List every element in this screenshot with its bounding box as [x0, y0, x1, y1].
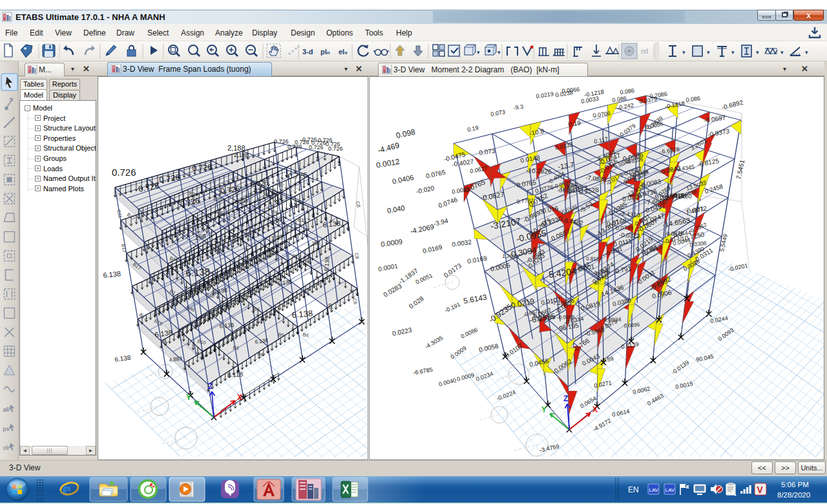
svg-text:0.19: 0.19: [568, 119, 581, 128]
svg-text:B9: B9: [327, 303, 333, 310]
svg-text:8.118: 8.118: [227, 370, 243, 379]
svg-text:0.0062: 0.0062: [632, 385, 651, 395]
svg-text:5.5449: 5.5449: [718, 233, 729, 252]
svg-text:6.138: 6.138: [103, 269, 121, 279]
svg-text:-0.191: -0.191: [444, 301, 461, 314]
svg-text:0.0283: 0.0283: [382, 282, 403, 299]
svg-text:0.028: 0.028: [408, 295, 425, 310]
svg-text:B17: B17: [120, 244, 127, 253]
svg-text:-4.2069: -4.2069: [410, 222, 435, 235]
svg-text:0.0032: 0.0032: [452, 238, 472, 248]
svg-text:Y: Y: [541, 405, 547, 414]
svg-text:0.0406: 0.0406: [392, 173, 414, 185]
svg-text:C11: C11: [116, 209, 123, 219]
svg-text:1.2528: 1.2528: [502, 253, 519, 260]
svg-text:0.726: 0.726: [274, 138, 289, 145]
svg-text:0.726: 0.726: [288, 171, 308, 181]
svg-text:0.726: 0.726: [288, 143, 302, 150]
svg-text:Y: Y: [186, 393, 191, 402]
svg-text:0.086: 0.086: [620, 87, 635, 96]
svg-text:0.098: 0.098: [395, 127, 417, 140]
svg-text:-0.0689: -0.0689: [557, 315, 575, 320]
svg-text:-0.0201: -0.0201: [728, 262, 748, 273]
svg-text:0.2086: 0.2086: [649, 90, 668, 100]
svg-text:0.0009: 0.0009: [381, 237, 403, 248]
svg-text:6.138: 6.138: [323, 257, 331, 271]
svg-text:B6: B6: [271, 209, 278, 215]
svg-text:C8: C8: [353, 253, 361, 260]
svg-text:0.0234: 0.0234: [475, 370, 494, 383]
svg-text:0.726: 0.726: [112, 167, 136, 178]
svg-text:-3.94: -3.94: [433, 217, 449, 227]
svg-text:B8: B8: [233, 344, 240, 352]
svg-text:0.086: 0.086: [612, 95, 627, 103]
svg-text:0.0009: 0.0009: [449, 345, 467, 361]
svg-text:0.0173: 0.0173: [443, 262, 463, 279]
svg-text:B6: B6: [253, 306, 260, 313]
svg-text:-0.0107: -0.0107: [502, 342, 524, 361]
svg-text:0.0012: 0.0012: [375, 157, 401, 170]
svg-text:Z: Z: [208, 382, 213, 391]
svg-text:0.0614: 0.0614: [611, 408, 630, 418]
svg-text:-4.3035: -4.3035: [424, 335, 444, 350]
svg-text:5:06 PM: 5:06 PM: [781, 481, 809, 488]
svg-text:1.258: 1.258: [307, 240, 320, 247]
svg-text:1.25: 1.25: [271, 234, 282, 242]
svg-text:-0.020: -0.020: [415, 184, 435, 195]
svg-text:0.0086: 0.0086: [460, 326, 479, 340]
svg-text:0.0244: 0.0244: [710, 315, 729, 324]
svg-text:8/28/2020: 8/28/2020: [777, 491, 810, 499]
svg-text:C8: C8: [351, 298, 359, 305]
svg-text:B3: B3: [297, 216, 304, 224]
svg-text:0.0271: 0.0271: [594, 379, 612, 389]
svg-text:0.0066: 0.0066: [561, 86, 580, 94]
svg-text:0.726: 0.726: [302, 136, 317, 143]
svg-text:0.4463: 0.4463: [646, 392, 665, 406]
svg-text:5.6143: 5.6143: [463, 293, 488, 306]
svg-text:B5: B5: [278, 331, 285, 339]
svg-text:0.073: 0.073: [490, 109, 506, 118]
svg-text:-0.0323: -0.0323: [619, 231, 640, 239]
svg-text:7.5451: 7.5451: [735, 159, 746, 180]
svg-text:0.0746: 0.0746: [437, 196, 459, 209]
svg-text:-4.9172: -4.9172: [592, 417, 612, 433]
svg-text:-10.2826: -10.2826: [526, 167, 552, 175]
svg-text:0.073: 0.073: [479, 147, 496, 156]
svg-text:2,188: 2,188: [227, 144, 246, 152]
svg-text:V: V: [757, 485, 764, 495]
svg-text:0.726: 0.726: [309, 144, 324, 151]
svg-text:-4.469: -4.469: [377, 140, 401, 154]
svg-text:0.0765: 0.0765: [425, 169, 446, 180]
svg-text:0.0058: 0.0058: [478, 342, 499, 353]
svg-text:-0.0224: -0.0224: [496, 389, 516, 402]
svg-text:0.726: 0.726: [328, 145, 343, 152]
svg-text:0.0169: 0.0169: [466, 255, 487, 265]
svg-text:0.0219: 0.0219: [536, 90, 554, 100]
svg-text:6.138: 6.138: [114, 354, 132, 363]
svg-text:-6.6785: -6.6785: [413, 366, 434, 376]
svg-text:0.19: 0.19: [466, 125, 479, 133]
svg-text:EN: EN: [628, 485, 639, 494]
svg-text:B2: B2: [278, 182, 285, 189]
svg-text:-0.242: -0.242: [617, 102, 634, 111]
svg-text:0.040: 0.040: [386, 204, 405, 215]
svg-text:0.086: 0.086: [686, 95, 701, 103]
svg-text:X: X: [592, 405, 598, 414]
svg-text:0.0223: 0.0223: [392, 326, 413, 337]
svg-text:-9.3: -9.3: [513, 103, 524, 111]
svg-text:0.0040: 0.0040: [438, 377, 457, 388]
svg-text:C8: C8: [355, 201, 362, 208]
svg-text:0.0169: 0.0169: [422, 244, 443, 255]
svg-text:Z: Z: [563, 394, 568, 403]
svg-text:LAV: LAV: [665, 487, 675, 493]
svg-text:0.726: 0.726: [250, 179, 268, 188]
svg-text:LAV: LAV: [649, 487, 659, 493]
svg-text:B6: B6: [257, 351, 264, 358]
svg-text:0.8127: 0.8127: [586, 256, 602, 262]
svg-text:0.726: 0.726: [318, 137, 333, 143]
svg-text:-3.4759: -3.4759: [539, 443, 560, 454]
svg-text:B6: B6: [302, 331, 309, 339]
svg-text:-0.6892: -0.6892: [721, 98, 744, 111]
svg-text:X: X: [237, 393, 242, 402]
svg-text:6.138: 6.138: [185, 266, 211, 278]
